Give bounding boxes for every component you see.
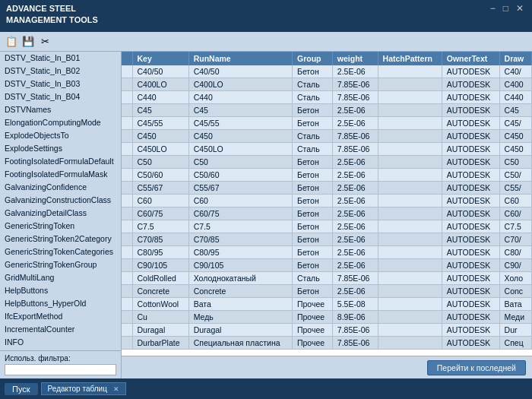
sidebar-item-5[interactable]: ElongationComputingMode — [0, 116, 121, 129]
sidebar-item-11[interactable]: GalvanizingConstructionClass — [0, 194, 121, 207]
cell-11-runname: C60/75 — [188, 207, 292, 220]
cell-14-owner: AUTODESK — [442, 246, 499, 259]
col-header-0[interactable] — [122, 52, 132, 65]
table-container[interactable]: KeyRunNameGroupweightHatchPatternOwnerTe… — [122, 52, 532, 356]
cell-17-group: Бетон — [292, 285, 332, 298]
table-row: DurbarPlateСпециальная пластинаПрочее7.8… — [122, 337, 532, 350]
sidebar-item-1[interactable]: DSTV_Static_In_B02 — [0, 65, 121, 78]
table-row: C70/85C70/85Бетон2.5E-06AUTODESKC70/ — [122, 233, 532, 246]
sidebar-item-9[interactable]: FootingIsolatedFormulaMask — [0, 168, 121, 181]
row-marker-19 — [122, 311, 132, 324]
col-header-3[interactable]: Group — [292, 52, 332, 65]
table-body: C40/50C40/50Бетон2.5E-06AUTODESKC40/C400… — [122, 65, 532, 350]
cell-17-weight: 2.5E-06 — [332, 285, 378, 298]
sidebar-item-16[interactable]: GenericStringTokenGroup — [0, 258, 121, 271]
cell-18-group: Прочее — [292, 298, 332, 311]
cell-15-owner: AUTODESK — [442, 259, 499, 272]
col-header-4[interactable]: weight — [332, 52, 378, 65]
cell-18-owner: AUTODESK — [442, 298, 499, 311]
cell-0-group: Бетон — [292, 65, 332, 78]
sidebar-item-7[interactable]: ExplodeSettings — [0, 142, 121, 155]
cell-1-hatch — [378, 78, 442, 91]
cell-0-draw: C40/ — [499, 65, 531, 78]
app-title: ADVANCE STEEL MANAGEMENT TOOLS — [6, 3, 98, 27]
cell-14-draw: C80/ — [499, 246, 531, 259]
cell-13-weight: 2.5E-06 — [332, 233, 378, 246]
sidebar-item-19[interactable]: HelpButtons_HyperOld — [0, 297, 121, 310]
sidebar-item-14[interactable]: GenericStringToken2Category — [0, 233, 121, 245]
row-marker-7 — [122, 156, 132, 169]
cell-21-group: Прочее — [292, 337, 332, 350]
sidebar-item-2[interactable]: DSTV_Static_In_B03 — [0, 78, 121, 90]
cell-21-key: DurbarPlate — [132, 337, 188, 350]
goto-last-button[interactable]: Перейти к последней — [427, 360, 526, 375]
cell-5-weight: 7.85E-06 — [332, 130, 378, 143]
cell-4-weight: 2.5E-06 — [332, 117, 378, 130]
cell-20-runname: Duragal — [188, 324, 292, 337]
sidebar-item-6[interactable]: ExplodeObjectsTo — [0, 129, 121, 142]
cell-4-group: Бетон — [292, 117, 332, 130]
toolbar-icon-1[interactable]: 📋 — [5, 35, 18, 49]
sidebar-item-12[interactable]: GalvanizingDetailClass — [0, 207, 121, 220]
cell-8-owner: AUTODESK — [442, 169, 499, 182]
cell-20-group: Прочее — [292, 324, 332, 337]
content-area: KeyRunNameGroupweightHatchPatternOwnerTe… — [122, 52, 532, 378]
filter-input[interactable] — [5, 364, 116, 375]
sidebar-item-22[interactable]: INFO — [0, 336, 121, 349]
minimize-button[interactable]: − — [488, 3, 498, 14]
sidebar-item-0[interactable]: DSTV_Static_In_B01 — [0, 52, 121, 65]
cell-3-owner: AUTODESK — [442, 104, 499, 117]
cell-6-hatch — [378, 143, 442, 156]
sidebar-item-15[interactable]: GenericStringTokenCategories — [0, 245, 121, 258]
col-header-1[interactable]: Key — [132, 52, 188, 65]
sidebar-item-18[interactable]: HelpButtons — [0, 284, 121, 297]
cell-12-draw: C7.5 — [499, 220, 531, 233]
col-header-5[interactable]: HatchPattern — [378, 52, 442, 65]
close-button[interactable]: ✕ — [514, 3, 526, 14]
sidebar-item-20[interactable]: IfcExportMethod — [0, 310, 121, 323]
cell-3-hatch — [378, 104, 442, 117]
cell-15-key: C90/105 — [132, 259, 188, 272]
cell-8-draw: C50/ — [499, 169, 531, 182]
col-header-6[interactable]: OwnerText — [442, 52, 499, 65]
taskbar-close-icon-0[interactable]: ✕ — [113, 385, 119, 393]
row-marker-16 — [122, 272, 132, 285]
cell-9-weight: 2.5E-06 — [332, 182, 378, 195]
cell-12-hatch — [378, 220, 442, 233]
table-row: C55/67C55/67Бетон2.5E-06AUTODESKC55/ — [122, 182, 532, 195]
cell-12-owner: AUTODESK — [442, 220, 499, 233]
cell-9-key: C55/67 — [132, 182, 188, 195]
sidebar-item-21[interactable]: IncrementalCounter — [0, 323, 121, 336]
toolbar-icon-2[interactable]: 💾 — [21, 35, 35, 49]
start-button[interactable]: Пуск — [5, 383, 38, 395]
cell-0-runname: C40/50 — [188, 65, 292, 78]
cell-14-group: Бетон — [292, 246, 332, 259]
cell-4-runname: C45/55 — [188, 117, 292, 130]
sidebar-item-4[interactable]: DSTVNames — [0, 103, 121, 116]
toolbar-icon-3[interactable]: ✂ — [38, 35, 52, 49]
row-marker-17 — [122, 285, 132, 298]
cell-2-group: Сталь — [292, 91, 332, 104]
table-row: DuragalDuragalПрочее7.85E-06AUTODESKDur — [122, 324, 532, 337]
cell-15-weight: 2.5E-06 — [332, 259, 378, 272]
table-row: CuМедьПрочее8.9E-06AUTODESKМеди — [122, 311, 532, 324]
taskbar-item-0[interactable]: Редактор таблиц ✕ — [41, 382, 126, 395]
filter-area: Использ. фильтра: — [0, 350, 121, 378]
restore-button[interactable]: □ — [501, 3, 511, 14]
col-header-2[interactable]: RunName — [188, 52, 292, 65]
sidebar-item-13[interactable]: GenericStringToken — [0, 220, 121, 233]
col-header-7[interactable]: Draw — [499, 52, 531, 65]
cell-7-hatch — [378, 156, 442, 169]
cell-4-hatch — [378, 117, 442, 130]
cell-19-group: Прочее — [292, 311, 332, 324]
cell-14-runname: C80/95 — [188, 246, 292, 259]
cell-21-runname: Специальная пластина — [188, 337, 292, 350]
sidebar-item-8[interactable]: FootingIsolatedFormulaDefault — [0, 155, 121, 168]
table-row: C40/50C40/50Бетон2.5E-06AUTODESKC40/ — [122, 65, 532, 78]
cell-13-runname: C70/85 — [188, 233, 292, 246]
sidebar-item-17[interactable]: GridMultiLang — [0, 271, 121, 284]
sidebar-item-10[interactable]: GalvanizingConfidence — [0, 181, 121, 194]
sidebar-item-3[interactable]: DSTV_Static_In_B04 — [0, 90, 121, 103]
cell-12-weight: 2.5E-06 — [332, 220, 378, 233]
cell-1-owner: AUTODESK — [442, 78, 499, 91]
